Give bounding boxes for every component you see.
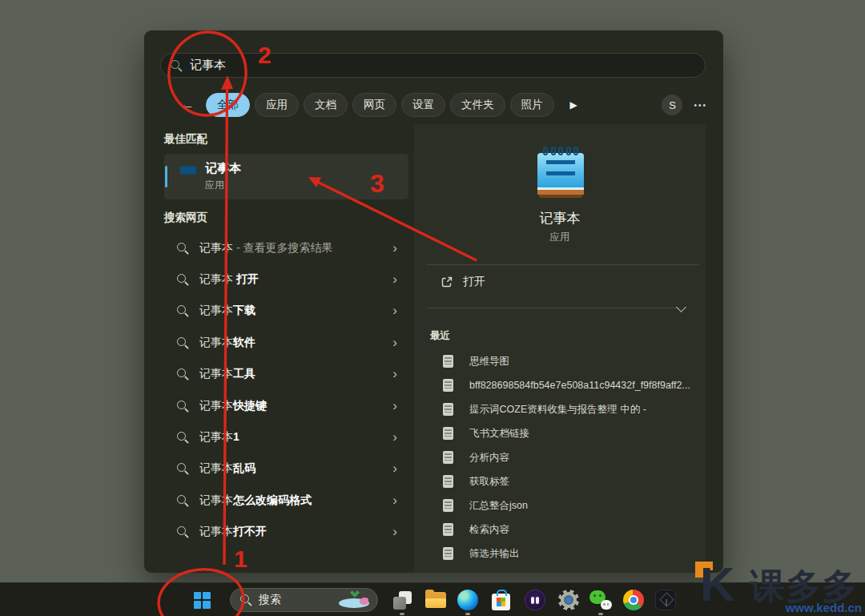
file-explorer-button[interactable] — [420, 584, 452, 616]
search-icon — [177, 495, 188, 506]
app-title: 记事本 — [414, 209, 706, 227]
document-icon — [443, 355, 453, 368]
notepad-icon-large — [537, 147, 584, 198]
chevron-right-icon[interactable]: › — [392, 303, 397, 319]
search-icon — [171, 60, 182, 71]
recent-item[interactable]: bff828698584fb54e7e508a11c94432f_f9f8f9a… — [414, 373, 706, 397]
chevron-right-icon[interactable]: › — [392, 524, 397, 540]
tab-settings[interactable]: 设置 — [401, 93, 445, 117]
chevron-right-icon[interactable]: › — [392, 429, 397, 445]
taskbar-search[interactable]: 搜索 — [230, 588, 378, 612]
stacked-windows-icon — [392, 590, 412, 610]
search-icon — [177, 305, 188, 316]
chevron-right-icon[interactable]: › — [392, 366, 397, 382]
edge-button[interactable] — [452, 584, 484, 616]
recent-item[interactable]: 筛选并输出 — [414, 542, 706, 566]
watermark: K 课多多 www.kedd.cn — [690, 557, 865, 616]
document-icon — [443, 379, 453, 392]
chevron-right-icon[interactable]: › — [392, 493, 397, 509]
recent-item[interactable]: 分析内容 — [414, 445, 706, 469]
search-suggestion[interactable]: 记事本怎么改编码格式 › — [164, 485, 408, 516]
divider — [427, 264, 699, 265]
dark-app-button[interactable] — [650, 584, 682, 616]
search-suggestion[interactable]: 记事本工具 › — [164, 359, 408, 390]
folder-icon — [425, 592, 446, 608]
tab-apps[interactable]: 应用 — [255, 93, 299, 117]
open-action[interactable]: 打开 — [441, 275, 485, 289]
wechat-icon — [589, 590, 612, 610]
robot-face-icon — [525, 590, 545, 610]
recent-item[interactable]: 检索内容 — [414, 517, 706, 542]
search-icon — [177, 463, 188, 474]
document-icon — [443, 403, 453, 416]
best-match-item[interactable]: 记事本 应用 — [164, 154, 408, 199]
more-options-icon[interactable]: ••• — [694, 101, 707, 110]
cube-app-icon — [655, 590, 676, 610]
recent-item[interactable]: 获取标签 — [414, 469, 706, 493]
search-suggestion[interactable]: 记事本乱码 › — [164, 453, 408, 485]
recent-header: 最近 — [430, 329, 450, 343]
search-input[interactable]: 记事本 — [160, 53, 706, 78]
tab-photos[interactable]: 照片 — [510, 93, 554, 117]
search-suggestion[interactable]: 记事本 打开 › — [164, 264, 408, 295]
brand-url: www.kedd.cn — [786, 601, 862, 614]
web-search-header: 搜索网页 — [164, 211, 414, 225]
more-filters-icon[interactable]: ▶ — [570, 99, 577, 111]
chevron-right-icon[interactable]: › — [392, 398, 397, 414]
back-arrow-icon[interactable]: ← — [179, 96, 195, 114]
search-icon — [177, 432, 188, 443]
tab-web[interactable]: 网页 — [352, 93, 396, 117]
search-highlight-image — [337, 590, 374, 610]
store-bag-icon — [492, 594, 510, 610]
brand-logo: K — [690, 558, 748, 613]
settings-button[interactable] — [553, 584, 585, 616]
tab-all[interactable]: 全部 — [206, 93, 250, 117]
search-icon — [240, 594, 251, 606]
search-suggestion[interactable]: 记事本快捷键 › — [164, 390, 408, 421]
search-suggestion[interactable]: 记事本软件 › — [164, 327, 408, 358]
recent-item[interactable]: 提示词COZE资料收集与报告整理 中的 - — [414, 397, 706, 421]
chevron-right-icon[interactable]: › — [392, 272, 397, 288]
chevron-right-icon[interactable]: › — [392, 461, 397, 477]
chevron-right-icon[interactable]: › — [392, 240, 397, 256]
search-icon — [177, 337, 188, 348]
search-icon — [177, 274, 188, 285]
notepad-icon — [175, 166, 195, 188]
recent-item[interactable]: 飞书文档链接 — [414, 421, 706, 445]
document-icon — [443, 475, 453, 488]
wechat-button[interactable] — [585, 584, 617, 616]
tab-documents[interactable]: 文档 — [304, 93, 348, 117]
document-icon — [443, 547, 453, 560]
document-icon — [443, 499, 453, 512]
chevron-down-icon[interactable] — [676, 302, 686, 312]
tab-folders[interactable]: 文件夹 — [450, 93, 505, 117]
app-subtitle: 应用 — [414, 231, 706, 244]
search-suggestion[interactable]: 记事本1 › — [164, 421, 408, 453]
suggestion-list: 记事本 - 查看更多搜索结果 › 记事本 打开 › 记事本下载 › — [164, 232, 414, 548]
start-button[interactable] — [186, 584, 218, 616]
microsoft-store-button[interactable] — [485, 584, 517, 616]
search-suggestion[interactable]: 记事本 - 查看更多搜索结果 › — [164, 232, 408, 264]
chevron-right-icon[interactable]: › — [392, 335, 397, 351]
search-suggestion[interactable]: 记事本打不开 › — [164, 517, 408, 548]
chrome-button[interactable] — [618, 584, 650, 616]
recent-item[interactable]: 汇总整合json — [414, 493, 706, 517]
assistant-app-button[interactable] — [519, 584, 551, 616]
app-detail-pane: 记事本 应用 打开 最近 思维导图 — [414, 124, 706, 573]
running-indicator — [400, 613, 404, 615]
avatar[interactable]: S — [662, 95, 682, 115]
search-icon — [177, 526, 188, 537]
search-query-text: 记事本 — [190, 58, 226, 73]
running-indicator — [598, 613, 603, 615]
document-icon — [443, 451, 453, 464]
search-icon — [177, 401, 188, 412]
chrome-icon — [623, 590, 644, 610]
search-suggestion[interactable]: 记事本下载 › — [164, 296, 408, 327]
divider — [427, 308, 678, 308]
running-indicator — [465, 613, 470, 615]
search-flyout: 记事本 ← 全部 应用 文档 网页 设置 文件夹 照片 ▶ S ••• 最佳匹配 — [144, 30, 723, 573]
task-view-button[interactable] — [386, 584, 418, 616]
selection-accent — [165, 166, 167, 187]
recent-item[interactable]: 思维导图 — [414, 349, 706, 373]
gear-icon — [558, 590, 579, 610]
